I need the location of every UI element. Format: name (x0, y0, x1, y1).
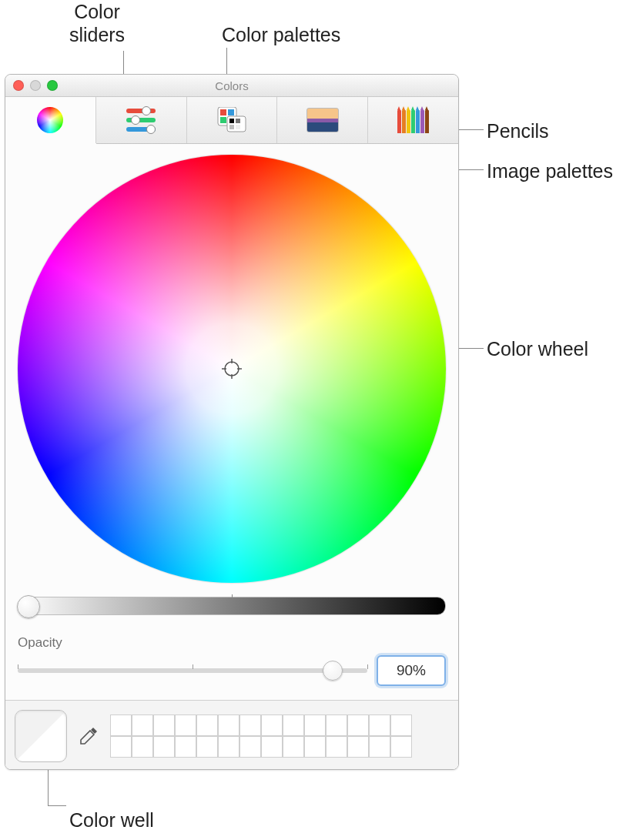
callout-pencils: Pencils (487, 119, 549, 142)
swatch-slot[interactable] (239, 715, 261, 736)
swatch-slot[interactable] (261, 736, 283, 758)
swatch-slot[interactable] (175, 736, 196, 758)
swatch-slot[interactable] (283, 715, 304, 736)
callout-color-sliders: Colorsliders (59, 0, 136, 46)
tab-color-palettes[interactable] (187, 97, 278, 143)
brightness-thumb[interactable] (17, 595, 40, 618)
swatch-slot[interactable] (132, 715, 153, 736)
swatch-slot[interactable] (196, 715, 218, 736)
titlebar[interactable]: Colors (5, 75, 458, 97)
swatch-slot[interactable] (153, 715, 175, 736)
bottom-bar (5, 700, 458, 770)
swatch-slot[interactable] (390, 715, 412, 736)
brightness-slider[interactable] (18, 597, 446, 615)
tab-pencils[interactable] (368, 97, 458, 143)
svg-rect-7 (236, 119, 240, 123)
minimize-button[interactable] (30, 80, 41, 91)
picker-content: Opacity 90% (5, 144, 458, 770)
close-button[interactable] (13, 80, 24, 91)
swatch-slot[interactable] (196, 736, 218, 758)
image-icon (306, 108, 339, 132)
picker-mode-toolbar (5, 97, 458, 144)
tab-color-sliders[interactable] (96, 97, 187, 143)
window-title: Colors (5, 79, 458, 92)
color-wheel-area (18, 155, 446, 583)
pencils-icon (397, 107, 429, 133)
palettes-icon (216, 107, 247, 133)
swatch-slot[interactable] (153, 736, 175, 758)
opacity-slider[interactable] (18, 668, 367, 673)
leader-line (48, 805, 66, 806)
swatch-slot[interactable] (390, 736, 412, 758)
svg-rect-1 (220, 109, 226, 115)
svg-rect-8 (229, 125, 234, 129)
swatch-slot[interactable] (175, 715, 196, 736)
opacity-label: Opacity (18, 635, 446, 651)
eyedropper-icon[interactable] (78, 725, 99, 747)
swatch-slot[interactable] (326, 715, 347, 736)
callout-image-palettes: Image palettes (487, 159, 613, 182)
swatch-slot[interactable] (110, 715, 132, 736)
callout-color-wheel: Color wheel (487, 337, 588, 360)
swatch-slot[interactable] (110, 736, 132, 758)
zoom-button[interactable] (47, 80, 58, 91)
colors-window: Colors (5, 74, 459, 770)
swatch-slot[interactable] (347, 715, 369, 736)
swatch-slot[interactable] (369, 736, 390, 758)
svg-rect-2 (228, 109, 234, 115)
svg-rect-6 (229, 119, 234, 123)
callout-color-well: Color well (69, 808, 154, 832)
traffic-lights (13, 80, 58, 91)
swatch-grid (110, 715, 412, 758)
swatch-slot[interactable] (132, 736, 153, 758)
swatch-slot[interactable] (304, 715, 326, 736)
swatch-slot[interactable] (304, 736, 326, 758)
color-wheel[interactable] (18, 155, 446, 583)
color-wheel-icon (37, 107, 63, 133)
color-well[interactable] (15, 710, 67, 762)
swatch-slot[interactable] (218, 736, 239, 758)
svg-rect-9 (236, 125, 240, 129)
callout-color-palettes: Color palettes (222, 23, 340, 46)
swatch-slot[interactable] (347, 736, 369, 758)
tab-color-wheel[interactable] (5, 97, 96, 143)
swatch-slot[interactable] (239, 736, 261, 758)
svg-rect-3 (220, 117, 226, 123)
swatch-slot[interactable] (283, 736, 304, 758)
opacity-input[interactable]: 90% (377, 655, 446, 686)
sliders-icon (126, 109, 156, 132)
tab-image-palettes[interactable] (277, 97, 368, 143)
swatch-slot[interactable] (369, 715, 390, 736)
opacity-thumb[interactable] (323, 661, 343, 681)
swatch-slot[interactable] (218, 715, 239, 736)
swatch-slot[interactable] (261, 715, 283, 736)
swatch-slot[interactable] (326, 736, 347, 758)
